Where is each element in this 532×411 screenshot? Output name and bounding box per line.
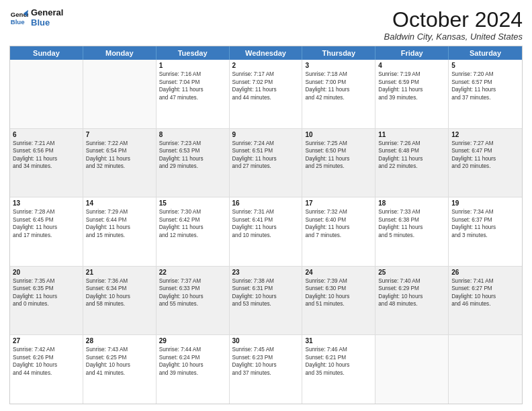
cell-info-line: and 44 minutes. (13, 369, 80, 377)
cell-info-line: Sunrise: 7:18 AM (305, 71, 372, 78)
cell-info-line: Sunrise: 7:41 AM (451, 277, 519, 285)
cell-info-line: and 51 minutes. (305, 300, 372, 308)
cell-info-line: Sunrise: 7:28 AM (13, 208, 80, 216)
cell-info-line: Sunset: 6:44 PM (86, 216, 153, 224)
cell-info-line: Sunrise: 7:33 AM (378, 208, 445, 216)
day-number: 31 (305, 337, 372, 345)
cell-info-line: and 46 minutes. (451, 300, 519, 308)
cell-info-line: Daylight: 10 hours (232, 293, 300, 300)
logo-text-general: General (31, 8, 63, 18)
calendar-cell: 17Sunrise: 7:32 AMSunset: 6:40 PMDayligh… (302, 197, 375, 266)
day-of-week-header: Friday (375, 46, 449, 60)
cell-info-line: and 32 minutes. (86, 163, 153, 170)
calendar-cell: 23Sunrise: 7:38 AMSunset: 6:31 PMDayligh… (230, 267, 303, 335)
cell-info-line: Sunrise: 7:27 AM (451, 140, 519, 147)
calendar-cell: 31Sunrise: 7:46 AMSunset: 6:21 PMDayligh… (302, 335, 375, 404)
cell-info-line: Sunset: 7:00 PM (305, 79, 372, 86)
cell-info-line: Daylight: 11 hours (159, 86, 226, 93)
calendar-week: 13Sunrise: 7:28 AMSunset: 6:45 PMDayligh… (10, 197, 522, 267)
cell-info-line: Sunrise: 7:16 AM (159, 71, 226, 78)
calendar-cell: 6Sunrise: 7:21 AMSunset: 6:56 PMDaylight… (10, 129, 83, 197)
cell-info-line: Sunset: 6:33 PM (159, 285, 226, 292)
day-number: 22 (159, 269, 226, 276)
cell-info-line: Daylight: 11 hours (86, 155, 153, 163)
day-number: 12 (451, 131, 519, 138)
cell-info-line: Sunset: 6:42 PM (159, 216, 226, 224)
cell-info-line: Daylight: 10 hours (86, 361, 153, 369)
calendar-cell: 3Sunrise: 7:18 AMSunset: 7:00 PMDaylight… (302, 60, 375, 128)
calendar-week: 6Sunrise: 7:21 AMSunset: 6:56 PMDaylight… (10, 129, 522, 198)
day-of-week-header: Sunday (10, 46, 83, 60)
cell-info-line: Sunrise: 7:23 AM (159, 140, 226, 147)
cell-info-line: Daylight: 10 hours (305, 293, 372, 300)
cell-info-line: Sunset: 7:02 PM (232, 79, 300, 86)
cell-info-line: Sunrise: 7:46 AM (305, 346, 372, 353)
calendar-cell: 13Sunrise: 7:28 AMSunset: 6:45 PMDayligh… (10, 197, 83, 266)
cell-info-line: Sunset: 6:25 PM (86, 354, 153, 361)
cell-info-line: Sunrise: 7:29 AM (86, 208, 153, 216)
cell-info-line: Sunrise: 7:35 AM (13, 277, 80, 285)
cell-info-line: Sunset: 6:47 PM (451, 147, 519, 154)
day-number: 16 (232, 199, 300, 207)
page: General Blue General Blue October 2024 B… (0, 0, 532, 411)
calendar-cell: 25Sunrise: 7:40 AMSunset: 6:29 PMDayligh… (375, 267, 449, 335)
cell-info-line: Sunrise: 7:38 AM (232, 277, 300, 285)
calendar-cell: 14Sunrise: 7:29 AMSunset: 6:44 PMDayligh… (83, 197, 157, 266)
cell-info-line: Daylight: 11 hours (86, 224, 153, 231)
cell-info-line: and 55 minutes. (159, 300, 226, 308)
cell-info-line: Daylight: 10 hours (159, 293, 226, 300)
calendar-cell: 15Sunrise: 7:30 AMSunset: 6:42 PMDayligh… (157, 197, 230, 266)
day-number: 18 (378, 199, 445, 207)
day-number: 26 (451, 269, 519, 276)
day-number: 11 (378, 131, 445, 138)
cell-info-line: Sunrise: 7:17 AM (232, 71, 300, 78)
calendar-cell: 4Sunrise: 7:19 AMSunset: 6:59 PMDaylight… (375, 60, 449, 128)
cell-info-line: Sunset: 6:34 PM (86, 285, 153, 292)
cell-info-line: Daylight: 11 hours (378, 224, 445, 231)
cell-info-line: Sunrise: 7:39 AM (305, 277, 372, 285)
cell-info-line: Sunset: 6:26 PM (13, 354, 80, 361)
day-number: 23 (232, 269, 300, 276)
cell-info-line: and 47 minutes. (159, 94, 226, 101)
cell-info-line: Daylight: 11 hours (305, 86, 372, 93)
cell-info-line: Sunrise: 7:31 AM (232, 208, 300, 216)
calendar-cell: 26Sunrise: 7:41 AMSunset: 6:27 PMDayligh… (449, 267, 522, 335)
svg-text:Blue: Blue (11, 18, 25, 26)
logo-text-blue: Blue (31, 18, 63, 28)
day-number: 20 (13, 269, 80, 276)
cell-info-line: and 20 minutes. (451, 163, 519, 170)
cell-info-line: Daylight: 10 hours (451, 293, 519, 300)
cell-info-line: and 37 minutes. (451, 94, 519, 101)
cell-info-line: Sunrise: 7:24 AM (232, 140, 300, 147)
cell-info-line: Daylight: 11 hours (378, 155, 445, 163)
cell-info-line: Sunset: 6:27 PM (451, 285, 519, 292)
cell-info-line: Sunset: 6:48 PM (378, 147, 445, 154)
day-number: 8 (159, 131, 226, 138)
day-number: 14 (86, 199, 153, 207)
cell-info-line: Sunset: 6:24 PM (159, 354, 226, 361)
cell-info-line: Sunset: 6:40 PM (305, 216, 372, 224)
cell-info-line: Daylight: 10 hours (305, 361, 372, 369)
cell-info-line: and 42 minutes. (305, 94, 372, 101)
day-number: 10 (305, 131, 372, 138)
cell-info-line: and 44 minutes. (232, 94, 300, 101)
cell-info-line: Sunrise: 7:32 AM (305, 208, 372, 216)
cell-info-line: and 10 minutes. (232, 232, 300, 239)
day-number: 28 (86, 337, 153, 345)
calendar-cell: 30Sunrise: 7:45 AMSunset: 6:23 PMDayligh… (230, 335, 303, 404)
cell-info-line: Sunset: 7:04 PM (159, 79, 226, 86)
cell-info-line: Daylight: 11 hours (232, 86, 300, 93)
day-of-week-header: Tuesday (157, 46, 230, 60)
cell-info-line: Sunset: 6:23 PM (232, 354, 300, 361)
cell-info-line: Daylight: 11 hours (378, 86, 445, 93)
cell-info-line: Daylight: 10 hours (378, 293, 445, 300)
cell-info-line: Sunset: 6:54 PM (86, 147, 153, 154)
cell-info-line: Sunrise: 7:43 AM (86, 346, 153, 353)
day-number: 6 (13, 131, 80, 138)
cell-info-line: and 0 minutes. (13, 300, 80, 308)
cell-info-line: Sunset: 6:56 PM (13, 147, 80, 154)
cell-info-line: and 29 minutes. (159, 163, 226, 170)
calendar-cell: 2Sunrise: 7:17 AMSunset: 7:02 PMDaylight… (230, 60, 303, 128)
cell-info-line: Sunrise: 7:20 AM (451, 71, 519, 78)
calendar-cell: 7Sunrise: 7:22 AMSunset: 6:54 PMDaylight… (83, 129, 157, 197)
